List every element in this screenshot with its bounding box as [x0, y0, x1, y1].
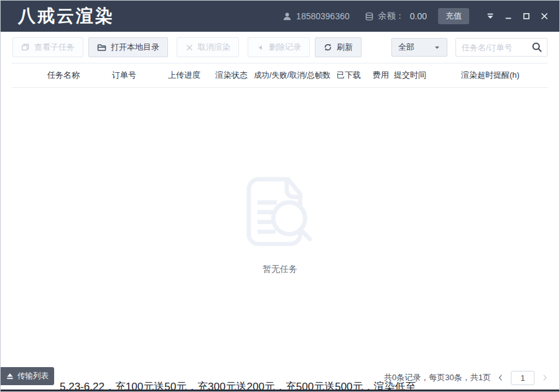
collapse-to-tray-icon[interactable]	[485, 11, 495, 21]
transfer-list-button[interactable]: 传输列表	[1, 367, 54, 385]
close-icon[interactable]	[539, 11, 549, 21]
refresh-icon	[324, 43, 332, 52]
pagination-summary: 共0条记录，每页30条，共1页	[384, 372, 491, 383]
status-filter-value: 全部	[398, 42, 414, 53]
pagination: 共0条记录，每页30条，共1页 1	[384, 369, 549, 386]
balance-value: 0.00	[410, 11, 427, 21]
table-header-row: 任务名称 订单号 上传进度 渲染状态 成功/失败/取消/总帧数 已下载 费用 提…	[12, 63, 548, 88]
page-number-input[interactable]: 1	[511, 371, 534, 385]
search-box	[455, 38, 548, 57]
balance-info: 余额： 0.00	[365, 11, 427, 22]
account-info: 18580396360	[282, 11, 350, 21]
prev-page-icon[interactable]	[497, 373, 505, 382]
cancel-icon	[185, 44, 194, 52]
eject-up-icon	[6, 373, 14, 380]
search-icon[interactable]	[531, 42, 543, 53]
delete-icon	[256, 44, 264, 52]
minimize-icon[interactable]	[503, 11, 513, 21]
transfer-list-label: 传输列表	[17, 371, 49, 381]
refresh-button[interactable]: 刷新	[315, 37, 362, 57]
app-window: 八戒云渲染 18580396360 余额： 0.00 充值	[0, 0, 560, 392]
no-tasks-document-search-icon	[245, 175, 315, 250]
view-subtasks-label: 查看子任务	[34, 42, 75, 53]
header-submit-time: 提交时间	[394, 70, 461, 81]
header-task-name: 任务名称	[47, 70, 112, 81]
next-page-icon[interactable]	[540, 373, 549, 382]
coins-icon	[365, 12, 374, 21]
empty-state-text: 暂无任务	[224, 264, 336, 275]
balance-label: 余额：	[378, 11, 404, 22]
header-upload-progress: 上传进度	[168, 70, 215, 81]
open-local-dir-button[interactable]: 打开本地目录	[88, 37, 168, 57]
recharge-button[interactable]: 充值	[438, 8, 469, 24]
header-downloaded: 已下载	[337, 70, 373, 81]
open-local-dir-label: 打开本地目录	[111, 42, 159, 53]
toolbar: 查看子任务 打开本地目录 取消渲染 删除记录 刷新	[1, 32, 559, 63]
status-filter-dropdown[interactable]: 全部	[391, 38, 447, 57]
chevron-down-icon	[434, 44, 441, 51]
empty-state: 暂无任务	[224, 175, 336, 275]
view-subtasks-button[interactable]: 查看子任务	[12, 37, 83, 57]
header-timeout-reminder: 渲染超时提醒(h)	[461, 70, 548, 81]
user-icon	[282, 12, 292, 21]
delete-records-button[interactable]: 删除记录	[248, 37, 310, 57]
cancel-render-label: 取消渲染	[198, 42, 230, 53]
refresh-label: 刷新	[337, 42, 353, 53]
account-number: 18580396360	[296, 11, 350, 21]
delete-records-label: 删除记录	[269, 42, 301, 53]
header-order-number: 订单号	[112, 70, 168, 81]
app-logo: 八戒云渲染	[18, 4, 114, 28]
folder-icon	[97, 43, 106, 52]
titlebar: 八戒云渲染 18580396360 余额： 0.00 充值	[1, 1, 559, 32]
window-bottom-edge	[1, 390, 559, 391]
header-frame-counts: 成功/失败/取消/总帧数	[254, 70, 337, 81]
cancel-render-button[interactable]: 取消渲染	[177, 37, 239, 57]
search-input[interactable]	[462, 43, 531, 52]
header-render-status: 渲染状态	[215, 70, 254, 81]
subtasks-icon	[21, 43, 30, 52]
header-fee: 费用	[373, 70, 394, 81]
maximize-icon[interactable]	[521, 11, 531, 21]
window-controls	[485, 11, 549, 21]
